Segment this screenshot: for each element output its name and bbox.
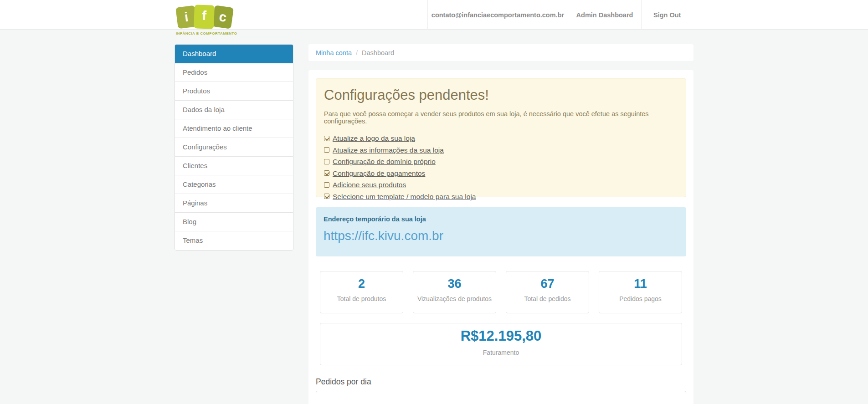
revenue-card: R$12.195,80 Faturamento [320, 323, 682, 365]
sidebar-item-configuracoes[interactable]: Configurações [175, 138, 293, 157]
store-url-link[interactable]: https://ifc.kivu.com.br [324, 229, 443, 243]
sidebar-item-dashboard[interactable]: Dashboard [175, 45, 293, 63]
breadcrumb-current: Dashboard [362, 49, 394, 56]
alert-description: Para que você possa começar a vender seu… [324, 110, 678, 125]
task-dominio-proprio-link[interactable]: Configuração de domínio próprio [333, 156, 436, 168]
store-address-label: Endereço temporário da sua loja [324, 215, 678, 223]
stat-visualizacoes-produtos: 36 Vizualizações de produtos [413, 271, 496, 313]
stat-pedidos-pagos: 11 Pedidos pagos [599, 271, 682, 313]
admin-dashboard-link[interactable]: Admin Dashboard [568, 0, 641, 30]
sidebar-item-paginas[interactable]: Páginas [175, 194, 293, 213]
stat-label: Total de produtos [320, 295, 403, 302]
task-atualize-informacoes-link[interactable]: Atualize as informações da sua loja [333, 144, 444, 156]
orders-per-day-chart-panel [316, 391, 686, 404]
revenue-value: R$12.195,80 [320, 328, 682, 344]
alert-title: Configurações pendentes! [324, 87, 678, 103]
sidebar-item-temas[interactable]: Temas [175, 231, 293, 250]
revenue-label: Faturamento [320, 349, 682, 356]
stat-total-produtos: 2 Total de produtos [320, 271, 403, 313]
logo-subtitle: INFÂNCIA E COMPORTAMENTO [176, 31, 233, 36]
account-email: contato@infanciaecomportamento.com.br [427, 0, 568, 30]
breadcrumb-separator: / [356, 49, 358, 56]
task-list: Atualize a logo da sua loja Atualize as … [324, 133, 678, 202]
logo-card-c: c [212, 5, 234, 29]
stat-total-pedidos: 67 Total de pedidos [506, 271, 589, 313]
stat-value: 2 [320, 277, 403, 291]
checkbox-icon [324, 182, 329, 188]
sidebar-item-pedidos[interactable]: Pedidos [175, 63, 293, 82]
task-row: Selecione um template / modelo para sua … [324, 191, 678, 203]
checkbox-icon [324, 194, 329, 199]
sidebar: Dashboard Pedidos Produtos Dados da loja… [175, 44, 293, 251]
task-adicione-produtos-link[interactable]: Adicione seus produtos [333, 179, 406, 191]
store-logo[interactable]: i f c INFÂNCIA E COMPORTAMENTO [176, 5, 231, 36]
checkbox-icon [324, 170, 329, 176]
stat-value: 36 [413, 277, 496, 291]
task-row: Configuração de pagamentos [324, 168, 678, 179]
task-selecione-template-link[interactable]: Selecione um template / modelo para sua … [333, 191, 476, 203]
breadcrumb-minha-conta-link[interactable]: Minha conta [316, 49, 352, 56]
stats-row: 2 Total de produtos 36 Vizualizações de … [320, 271, 682, 313]
top-bar: i f c INFÂNCIA E COMPORTAMENTO contato@i… [0, 0, 868, 30]
store-address-box: Endereço temporário da sua loja https://… [316, 207, 686, 256]
sidebar-item-clientes[interactable]: Clientes [175, 157, 293, 175]
stat-label: Vizualizações de produtos [413, 295, 496, 302]
main-panel: Configurações pendentes! Para que você p… [308, 70, 693, 404]
checkbox-icon [324, 147, 329, 153]
sidebar-item-produtos[interactable]: Produtos [175, 82, 293, 101]
stat-value: 67 [506, 277, 589, 291]
task-row: Configuração de domínio próprio [324, 156, 678, 168]
task-pagamentos-link[interactable]: Configuração de pagamentos [333, 168, 425, 179]
sidebar-item-dados-da-loja[interactable]: Dados da loja [175, 101, 293, 119]
admin-dashboard-screen: i f c INFÂNCIA E COMPORTAMENTO contato@i… [0, 0, 868, 404]
stat-label: Total de pedidos [506, 295, 589, 302]
sidebar-item-categorias[interactable]: Categorias [175, 175, 293, 194]
top-nav: contato@infanciaecomportamento.com.br Ad… [427, 0, 693, 30]
orders-per-day-title: Pedidos por dia [316, 377, 686, 387]
sign-out-link[interactable]: Sign Out [641, 0, 693, 30]
task-atualize-logo-link[interactable]: Atualize a logo da sua loja [333, 133, 415, 144]
logo-cards: i f c [176, 5, 231, 28]
task-row: Atualize a logo da sua loja [324, 133, 678, 144]
task-row: Adicione seus produtos [324, 179, 678, 191]
sidebar-item-atendimento-ao-cliente[interactable]: Atendimento ao cliente [175, 119, 293, 138]
stat-label: Pedidos pagos [599, 295, 682, 302]
logo-card-f: f [194, 5, 215, 29]
checkbox-icon [324, 136, 329, 141]
checkbox-icon [324, 159, 329, 164]
pending-config-alert: Configurações pendentes! Para que você p… [316, 78, 686, 197]
stat-value: 11 [599, 277, 682, 291]
sidebar-item-blog[interactable]: Blog [175, 213, 293, 231]
task-row: Atualize as informações da sua loja [324, 144, 678, 156]
breadcrumb: Minha conta / Dashboard [308, 44, 693, 61]
